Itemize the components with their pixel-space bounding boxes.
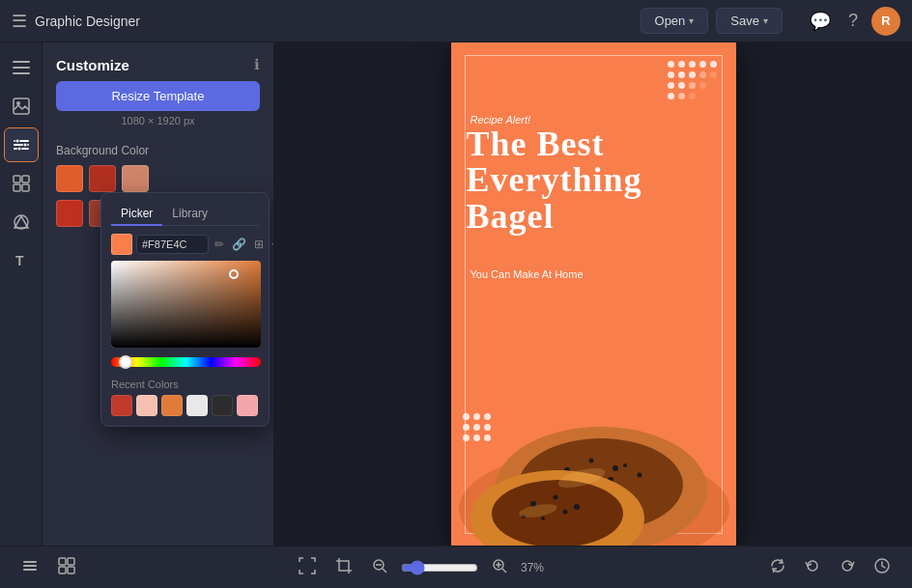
sidebar: T [0,42,43,546]
sidebar-item-shapes[interactable] [4,205,39,239]
svg-rect-45 [68,567,74,574]
layers-icon-button[interactable] [15,553,44,582]
recent-swatch-1[interactable] [136,395,157,416]
color-swatch-row [43,161,273,196]
color-swatch-red[interactable] [89,165,116,192]
svg-rect-11 [14,176,20,182]
svg-point-9 [23,143,27,147]
save-button[interactable]: Save ▾ [716,8,783,34]
zoom-slider[interactable] [401,560,478,575]
topbar: ☰ Graphic Designer Open ▾ Save ▾ 💬 ? R [0,0,912,42]
comment-icon-button[interactable]: 💬 [806,7,835,36]
panel-header: Customize ℹ [43,42,273,81]
recent-swatches [111,395,259,416]
svg-point-23 [613,465,618,471]
recent-swatch-3[interactable] [186,395,208,416]
recent-swatch-0[interactable] [111,395,132,416]
undo-icon-button[interactable] [798,553,827,582]
svg-rect-12 [22,176,29,182]
recent-swatch-4[interactable] [212,395,233,416]
save-chevron-icon: ▾ [763,15,768,26]
tab-picker[interactable]: Picker [111,203,162,226]
svg-point-26 [637,472,641,477]
grid-view-icon-button[interactable] [52,553,81,582]
grid-icon-button[interactable]: ⊞ [252,236,266,253]
open-chevron-icon: ▾ [689,15,694,26]
svg-point-10 [17,147,21,151]
crop-icon-button[interactable] [329,553,358,582]
menu-icon[interactable]: ☰ [12,11,27,32]
svg-point-34 [541,517,545,520]
svg-point-33 [574,504,580,510]
info-icon[interactable]: ℹ [254,56,260,73]
bottombar-center: 37% [293,553,552,582]
tab-library[interactable]: Library [162,203,217,226]
color-picker-popup: Picker Library ✏ 🔗 ⊞ + Recent Colors [100,192,270,427]
sidebar-item-customize[interactable] [4,127,39,162]
svg-rect-43 [68,558,74,565]
eyedropper-icon-button[interactable]: ✏ [213,236,226,253]
sidebar-item-images[interactable] [4,89,39,124]
hue-slider-wrap [111,353,259,371]
bottombar-right [763,553,897,582]
svg-rect-39 [23,561,37,563]
color-swatch-dark-red[interactable] [56,200,83,227]
color-swatch-peach[interactable] [122,165,149,192]
customize-panel: Customize ℹ Resize Template 1080 × 1920 … [43,42,274,546]
help-icon-button[interactable]: ? [844,7,862,35]
sidebar-item-text[interactable]: T [4,243,39,278]
history-icon-button[interactable] [868,553,897,582]
sidebar-item-menu[interactable] [4,50,39,85]
zoom-value: 37% [521,561,552,574]
topbar-right: 💬 ? R [806,7,900,36]
bottombar-left [15,553,81,582]
svg-point-32 [553,494,557,499]
canvas-wrapper: Recipe Alert! The Best Everything Bagel … [451,42,736,546]
avatar[interactable]: R [871,7,900,36]
recent-swatch-2[interactable] [161,395,183,416]
design-canvas[interactable]: Recipe Alert! The Best Everything Bagel … [451,42,736,546]
sidebar-item-layout[interactable] [4,166,39,201]
resize-template-button[interactable]: Resize Template [56,81,260,111]
recent-swatch-5[interactable] [237,395,258,416]
hex-row: ✏ 🔗 ⊞ + [111,234,259,255]
template-dimensions: 1080 × 1920 px [43,115,273,126]
svg-point-28 [623,463,627,467]
zoom-out-icon-button[interactable] [366,554,393,581]
hue-slider[interactable] [111,357,261,367]
hex-color-swatch[interactable] [111,234,132,255]
canvas-main-title: The Best Everything Bagel [467,126,725,236]
bottombar: 37% [0,546,912,588]
zoom-in-icon-button[interactable] [486,554,513,581]
redo-icon-button[interactable] [833,553,862,582]
svg-point-8 [15,139,19,143]
dots-pattern-top-right [668,61,717,99]
bagel-svg [451,335,736,546]
open-button[interactable]: Open ▾ [641,8,709,34]
svg-text:T: T [15,253,24,268]
refresh-icon-button[interactable] [763,553,792,582]
link-icon-button[interactable]: 🔗 [230,236,248,253]
svg-line-48 [383,569,386,573]
canvas-area: Recipe Alert! The Best Everything Bagel … [274,42,912,546]
color-gradient-canvas[interactable] [111,261,261,348]
color-swatch-orange[interactable] [56,165,83,192]
svg-rect-3 [14,98,29,114]
svg-point-22 [588,458,593,462]
bg-color-label: Background Color [43,138,273,161]
svg-rect-44 [59,567,66,574]
svg-rect-41 [23,569,37,571]
hex-input[interactable] [136,235,209,254]
main-area: T Customize ℹ Resize Template 1080 × 192… [0,42,912,546]
svg-rect-1 [13,67,30,69]
app-title: Graphic Designer [35,14,140,29]
svg-rect-13 [14,184,20,191]
svg-rect-14 [22,184,29,191]
fit-screen-icon-button[interactable] [293,553,322,582]
svg-rect-40 [23,565,37,567]
svg-rect-42 [59,558,66,565]
svg-point-30 [492,480,623,546]
svg-rect-2 [13,72,30,74]
recent-colors-label: Recent Colors [111,378,259,390]
picker-tabs: Picker Library [111,203,259,226]
